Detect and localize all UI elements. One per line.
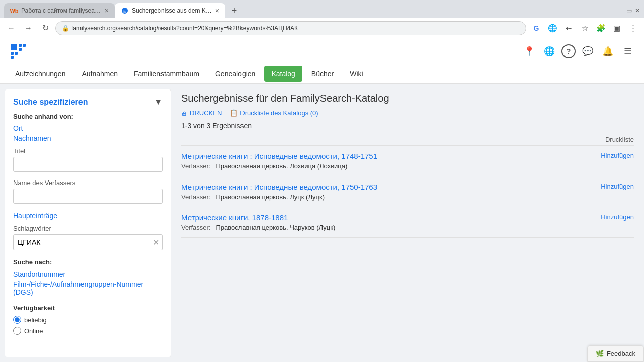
back-button[interactable]: ← bbox=[4, 21, 18, 35]
svg-rect-8 bbox=[11, 56, 14, 59]
sidebar-link-ort[interactable]: Ort bbox=[13, 124, 163, 132]
minimize-button[interactable]: ─ bbox=[619, 7, 623, 14]
sidebar-link-film[interactable]: Film-/Fiche-/Aufnahmengruppen-Nummer (DG… bbox=[13, 280, 163, 296]
suche-nach-label: Suche nach: bbox=[13, 258, 163, 266]
result-2-title[interactable]: Метрические книги : Исповедные ведомости… bbox=[181, 183, 591, 191]
window-controls: ─ ▭ ✕ bbox=[619, 7, 644, 14]
logo[interactable] bbox=[8, 41, 28, 61]
print-list-header: Druckliste bbox=[181, 136, 634, 143]
availability-radio-group: beliebig Online bbox=[13, 316, 163, 335]
chat-icon[interactable]: 💬 bbox=[580, 43, 596, 59]
result-item-3: Метрические книги, 1878-1881 Verfasser: … bbox=[181, 207, 634, 238]
main-layout: Suche spezifizieren ▼ Suche anhand von: … bbox=[0, 84, 644, 362]
radio-beliebig-input[interactable] bbox=[13, 316, 21, 324]
app-header: 📍 🌐 ? 💬 🔔 ☰ bbox=[0, 38, 644, 64]
result-count: 1-3 von 3 Ergebnissen bbox=[181, 122, 634, 130]
drucken-icon: 🖨 bbox=[181, 109, 188, 117]
titel-input[interactable] bbox=[13, 157, 163, 172]
tab-2-close[interactable]: × bbox=[215, 7, 219, 15]
druckliste-link[interactable]: 📋 Druckliste des Katalogs (0) bbox=[230, 109, 318, 117]
tab-2[interactable]: fs Suchergebnisse aus dem Kata... × bbox=[115, 3, 225, 18]
nav-bucher[interactable]: Bücher bbox=[304, 66, 341, 82]
feedback-label: Feedback bbox=[607, 350, 635, 357]
sidebar-header: Suche spezifizieren ▼ bbox=[13, 98, 163, 107]
tab-1-title: Работа с сайтом familysearch... bbox=[21, 7, 102, 14]
schlagworter-input[interactable] bbox=[13, 234, 163, 250]
result-1-author: Verfasser: Православная церковь. Лохвица… bbox=[181, 162, 591, 170]
result-2-add-link[interactable]: Hinzufügen bbox=[601, 183, 634, 190]
result-2-author: Verfasser: Православная церковь. Луцк (Л… bbox=[181, 193, 591, 201]
nav-wiki[interactable]: Wiki bbox=[343, 66, 370, 82]
more-button[interactable]: ⋮ bbox=[626, 21, 640, 35]
sidebar-link-haupteintrage[interactable]: Haupteinträge bbox=[13, 212, 163, 220]
nav-aufnahmen[interactable]: Aufnahmen bbox=[74, 66, 125, 82]
bookmark-icon[interactable]: ☆ bbox=[578, 21, 592, 35]
result-3-info: Метрические книги, 1878-1881 Verfasser: … bbox=[181, 213, 591, 231]
feedback-button[interactable]: 🌿 Feedback bbox=[587, 345, 644, 362]
share-icon[interactable]: ⇜ bbox=[561, 21, 576, 35]
tab-1-close[interactable]: × bbox=[105, 7, 109, 15]
url-text: familysearch.org/search/catalog/results?… bbox=[71, 25, 298, 32]
result-3-add-link[interactable]: Hinzufügen bbox=[601, 213, 634, 221]
result-1-author-value: Православная церковь. Лохвица (Лохвица) bbox=[216, 162, 347, 170]
nav-katalog[interactable]: Katalog bbox=[264, 66, 302, 82]
radio-online-label: Online bbox=[24, 327, 43, 335]
sidebar-collapse-icon[interactable]: ▼ bbox=[154, 98, 163, 107]
browser-chrome: Wb Работа с сайтом familysearch... × fs … bbox=[0, 0, 644, 38]
menu-icon[interactable]: ☰ bbox=[620, 43, 636, 59]
radio-online-input[interactable] bbox=[13, 327, 21, 335]
feedback-icon: 🌿 bbox=[596, 350, 604, 357]
drucken-label: DRUCKEN bbox=[190, 109, 222, 117]
sidebar-link-nachnamen[interactable]: Nachnamen bbox=[13, 134, 163, 142]
drucken-link[interactable]: 🖨 DRUCKEN bbox=[181, 109, 222, 117]
close-button[interactable]: ✕ bbox=[635, 7, 640, 14]
result-item-1: Метрические книги : Исповедные ведомости… bbox=[181, 145, 634, 176]
main-nav: Aufzeichnungen Aufnahmen Familienstammba… bbox=[0, 64, 644, 84]
address-bar: ← → ↻ 🔒 familysearch.org/search/catalog/… bbox=[0, 18, 644, 38]
svg-rect-7 bbox=[15, 52, 18, 55]
radio-online[interactable]: Online bbox=[13, 327, 163, 335]
reload-button[interactable]: ↻ bbox=[38, 21, 52, 35]
sidebar-toggle[interactable]: ▣ bbox=[610, 21, 624, 35]
result-3-author-label: Verfasser: bbox=[181, 224, 211, 231]
svg-rect-3 bbox=[19, 44, 22, 47]
radio-beliebig[interactable]: beliebig bbox=[13, 316, 163, 324]
tab-1-favicon: Wb bbox=[10, 7, 18, 15]
url-bar[interactable]: 🔒 familysearch.org/search/catalog/result… bbox=[55, 21, 526, 35]
verfasser-input[interactable] bbox=[13, 189, 163, 204]
globe-icon[interactable]: 🌐 bbox=[541, 43, 557, 59]
keyword-field-wrapper: ✕ bbox=[13, 234, 163, 250]
result-3-title[interactable]: Метрические книги, 1878-1881 bbox=[181, 213, 591, 222]
verfasser-label: Name des Verfassers bbox=[13, 179, 163, 187]
schlagworter-label: Schlagwörter bbox=[13, 225, 163, 232]
google-icon[interactable]: G bbox=[529, 21, 543, 35]
bell-icon[interactable]: 🔔 bbox=[600, 43, 616, 59]
restore-button[interactable]: ▭ bbox=[626, 7, 632, 14]
nav-aufzeichnungen[interactable]: Aufzeichnungen bbox=[8, 66, 72, 82]
svg-rect-6 bbox=[11, 52, 14, 55]
result-1-info: Метрические книги : Исповедные ведомости… bbox=[181, 152, 591, 170]
result-1-add-link[interactable]: Hinzufügen bbox=[601, 152, 634, 159]
nav-genealogien[interactable]: Genealogien bbox=[208, 66, 262, 82]
sidebar: Suche spezifizieren ▼ Suche anhand von: … bbox=[5, 89, 171, 357]
header-icons: 📍 🌐 ? 💬 🔔 ☰ bbox=[521, 43, 636, 59]
tab-2-title: Suchergebnisse aus dem Kata... bbox=[132, 7, 212, 14]
location-icon[interactable]: 📍 bbox=[521, 43, 537, 59]
extension-icon[interactable]: 🧩 bbox=[594, 21, 608, 35]
result-3-author: Verfasser: Православная церковь. Чаруков… bbox=[181, 224, 591, 231]
result-1-title[interactable]: Метрические книги : Исповедные ведомости… bbox=[181, 152, 591, 160]
forward-button[interactable]: → bbox=[21, 21, 35, 35]
svg-text:fs: fs bbox=[123, 9, 126, 14]
sidebar-link-standortnummer[interactable]: Standortnummer bbox=[13, 270, 163, 278]
tab-1[interactable]: Wb Работа с сайтом familysearch... × bbox=[4, 3, 115, 18]
clear-keyword-button[interactable]: ✕ bbox=[153, 238, 159, 247]
nav-familienstammbaum[interactable]: Familienstammbaum bbox=[127, 66, 206, 82]
tab-bar: Wb Работа с сайтом familysearch... × fs … bbox=[0, 0, 644, 18]
titel-label: Titel bbox=[13, 147, 163, 155]
result-2-info: Метрические книги : Исповедные ведомости… bbox=[181, 183, 591, 201]
verfugbarkeit-label: Verfügbarkeit bbox=[13, 304, 163, 312]
druckliste-icon: 📋 bbox=[230, 109, 238, 117]
translate-icon[interactable]: 🌐 bbox=[545, 21, 559, 35]
new-tab-button[interactable]: + bbox=[227, 4, 242, 18]
help-icon[interactable]: ? bbox=[561, 44, 576, 58]
